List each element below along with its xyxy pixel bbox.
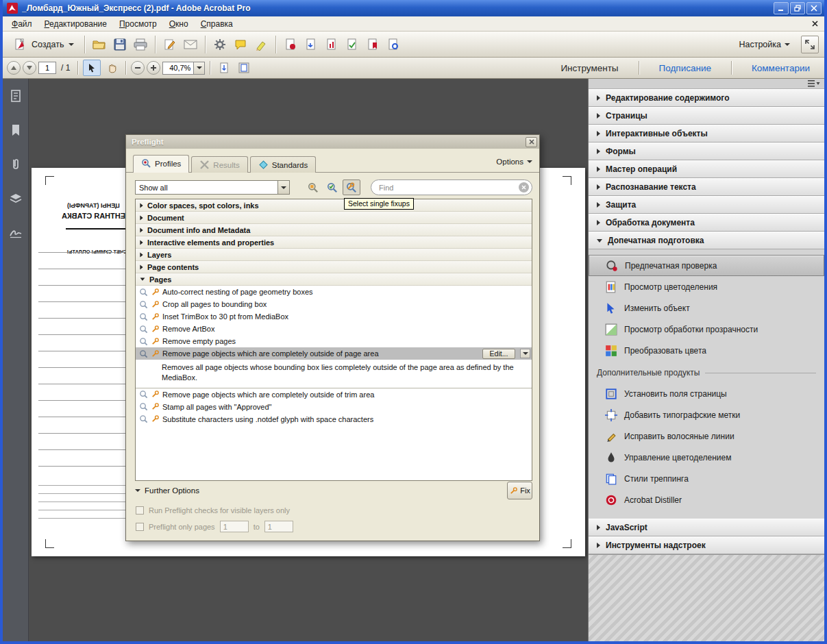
quick-tool-button-4[interactable]	[343, 35, 362, 54]
tool-ink-manager[interactable]: Управление цветоделением	[589, 447, 824, 468]
menu-file[interactable]: Файл	[5, 17, 38, 31]
pages-from-input[interactable]	[220, 521, 249, 532]
layers-button[interactable]	[7, 190, 25, 208]
zoom-dropdown-button[interactable]	[194, 62, 205, 75]
menu-help[interactable]: Справка	[195, 17, 239, 31]
category-layers[interactable]: Layers	[136, 249, 532, 261]
category-color-spaces[interactable]: Color spaces, spot colors, inks	[136, 199, 532, 212]
page-number-input[interactable]	[38, 62, 56, 74]
settings-gear-button[interactable]	[210, 35, 230, 54]
email-button[interactable]	[181, 35, 200, 54]
save-button[interactable]	[110, 35, 129, 54]
quick-tool-button-3[interactable]	[322, 35, 341, 54]
section-pages[interactable]: Страницы	[589, 107, 824, 125]
preflight-titlebar[interactable]: Preflight	[126, 135, 539, 149]
tool-acrobat-distiller[interactable]: Acrobat Distiller	[589, 489, 824, 510]
hand-tool-button[interactable]	[103, 60, 121, 76]
fixup-dropdown-button[interactable]	[520, 349, 530, 358]
fixup-row[interactable]: Remove empty pages	[136, 335, 532, 347]
section-text-recognition[interactable]: Распознавание текста	[589, 178, 824, 196]
zoom-level-value[interactable]: 40,7%	[162, 62, 194, 75]
select-single-checks-button[interactable]	[323, 179, 341, 195]
pages-to-input[interactable]	[264, 521, 293, 532]
options-menu-button[interactable]: Options	[496, 158, 532, 172]
menu-view[interactable]: Просмотр	[113, 17, 163, 31]
category-interactive[interactable]: Interactive elements and properties	[136, 236, 532, 249]
signatures-button[interactable]	[7, 224, 25, 242]
comment-panel-toggle[interactable]: Комментарии	[741, 63, 820, 73]
run-checks-checkbox[interactable]	[136, 506, 144, 515]
fixup-row[interactable]: Inset TrimBox to 30 pt from MediaBox	[136, 310, 532, 323]
attachments-button[interactable]	[7, 156, 25, 173]
section-action-wizard[interactable]: Мастер операций	[589, 160, 824, 178]
section-interactive-objects[interactable]: Интерактивные объекты	[589, 125, 824, 143]
category-document[interactable]: Document	[136, 212, 532, 224]
panel-menu-icon[interactable]	[808, 79, 820, 88]
tool-trap-presets[interactable]: Стили треппинга	[589, 468, 824, 489]
scroll-mode-button[interactable]	[215, 60, 233, 76]
menu-window[interactable]: Окно	[163, 17, 195, 31]
dropdown-button[interactable]	[277, 181, 289, 194]
zoom-out-button[interactable]	[131, 61, 145, 75]
fixup-row[interactable]: Crop all pages to bounding box	[136, 298, 532, 310]
fullscreen-toggle-button[interactable]	[801, 36, 819, 53]
select-profiles-button[interactable]	[304, 179, 322, 195]
next-page-button[interactable]	[23, 61, 36, 75]
fixup-row[interactable]: Stamp all pages with "Approved"	[136, 401, 532, 413]
quick-tool-button-1[interactable]	[281, 35, 300, 54]
show-filter-dropdown[interactable]: Show all	[135, 180, 290, 195]
fixup-row[interactable]: Substitute characters using .notdef glyp…	[136, 413, 532, 425]
restore-button[interactable]	[790, 2, 805, 14]
create-button[interactable]: Создать	[8, 36, 79, 53]
quick-tool-button-5[interactable]	[363, 35, 382, 54]
tool-set-page-boxes[interactable]: Установить поля страницы	[589, 383, 824, 404]
tab-results[interactable]: Results	[191, 156, 247, 173]
preflight-close-button[interactable]	[526, 137, 537, 147]
minimize-button[interactable]	[774, 2, 789, 14]
tool-preflight[interactable]: Предпечатная проверка	[589, 255, 824, 276]
tool-output-preview[interactable]: Просмотр цветоделения	[589, 276, 824, 297]
sign-panel-toggle[interactable]: Подписание	[649, 63, 721, 73]
tool-add-printer-marks[interactable]: Добавить типографские метки	[589, 404, 824, 425]
category-doc-info[interactable]: Document info and Metadata	[136, 224, 532, 236]
menu-edit[interactable]: Редактирование	[38, 17, 113, 31]
category-pages[interactable]: Pages	[136, 273, 532, 286]
tool-convert-colors[interactable]: Преобразовать цвета	[589, 340, 824, 361]
further-options-toggle[interactable]: Further Options	[135, 486, 199, 495]
page-thumbnails-button[interactable]	[7, 87, 25, 105]
find-input[interactable]	[379, 184, 519, 192]
bookmarks-button[interactable]	[7, 121, 25, 139]
section-protection[interactable]: Защита	[589, 196, 824, 214]
highlight-button[interactable]	[251, 35, 271, 54]
comment-button[interactable]	[231, 35, 250, 54]
fixup-row[interactable]: Remove page objects which are completely…	[136, 388, 532, 401]
fixups-list[interactable]: Color spaces, spot colors, inks Document…	[135, 199, 532, 481]
tab-standards[interactable]: Standards	[250, 156, 316, 173]
fixup-row[interactable]: Auto-correct nesting of page geometry bo…	[136, 286, 532, 298]
select-single-fixups-button[interactable]	[343, 179, 360, 195]
open-file-button[interactable]	[90, 35, 109, 54]
previous-page-button[interactable]	[7, 61, 21, 75]
zoom-in-button[interactable]	[147, 61, 160, 75]
category-page-contents[interactable]: Page contents	[136, 261, 532, 273]
print-button[interactable]	[131, 35, 150, 54]
preflight-pages-checkbox[interactable]	[136, 523, 144, 531]
edit-fixup-button[interactable]: Edit...	[482, 349, 515, 359]
tools-panel-toggle[interactable]: Инструменты	[550, 63, 628, 73]
select-tool-button[interactable]	[83, 60, 101, 76]
close-button[interactable]	[806, 2, 822, 14]
tool-flattener-preview[interactable]: Просмотр обработки прозрачности	[589, 319, 824, 340]
section-addon-tools[interactable]: Инструменты надстроек	[589, 536, 824, 554]
clear-search-icon[interactable]	[519, 182, 529, 193]
customize-button[interactable]: Настройка	[735, 37, 794, 52]
fixup-row[interactable]: Remove ArtBox	[136, 323, 532, 335]
section-edit-content[interactable]: Редактирование содержимого	[589, 89, 824, 107]
fit-page-button[interactable]	[235, 60, 253, 76]
tab-profiles[interactable]: Profiles	[133, 155, 189, 173]
close-document-icon[interactable]	[808, 18, 822, 29]
fix-button[interactable]: Fix	[507, 482, 532, 499]
tool-fix-hairlines[interactable]: Исправить волосяные линии	[589, 425, 824, 447]
sign-document-button[interactable]	[160, 35, 180, 54]
quick-tool-button-2[interactable]	[301, 35, 321, 54]
section-forms[interactable]: Формы	[589, 143, 824, 160]
